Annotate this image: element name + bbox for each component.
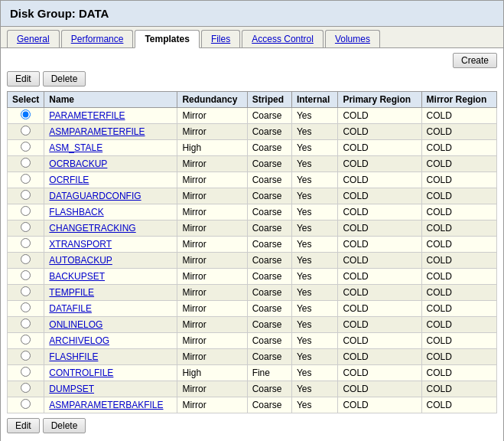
primary-cell: COLD (338, 220, 421, 237)
primary-cell: COLD (338, 108, 421, 124)
striped-cell: Coarse (247, 397, 291, 413)
template-link-xtransport[interactable]: XTRANSPORT (49, 239, 112, 250)
select-radio-archivelog[interactable] (21, 335, 31, 345)
name-cell: ONLINELOG (44, 317, 177, 333)
primary-cell: COLD (338, 140, 421, 156)
primary-cell: COLD (338, 317, 421, 333)
select-radio-ocrbackup[interactable] (21, 158, 31, 168)
create-button[interactable]: Create (453, 53, 497, 68)
template-link-datafile[interactable]: DATAFILE (49, 303, 92, 314)
select-radio-ocrfile[interactable] (21, 174, 31, 184)
delete-button-bottom[interactable]: Delete (43, 418, 86, 433)
name-cell: BACKUPSET (44, 269, 177, 285)
select-radio-changetracking[interactable] (21, 222, 31, 232)
redundancy-cell: Mirror (177, 333, 247, 349)
table-row: ARCHIVELOGMirrorCoarseYesCOLDCOLD (8, 333, 497, 349)
mirror-cell: COLD (421, 397, 496, 413)
tab-access-control[interactable]: Access Control (242, 30, 324, 47)
name-cell: OCRFILE (44, 172, 177, 188)
template-link-flashfile[interactable]: FLASHFILE (49, 351, 98, 362)
toolbar-buttons-bottom: Edit Delete (7, 418, 497, 433)
template-link-asmparameterfile[interactable]: ASMPARAMETERFILE (49, 126, 145, 137)
table-row: PARAMETERFILEMirrorCoarseYesCOLDCOLD (8, 108, 497, 124)
table-row: BACKUPSETMirrorCoarseYesCOLDCOLD (8, 269, 497, 285)
template-link-onlinelog[interactable]: ONLINELOG (49, 319, 102, 330)
toolbar-top: Create (7, 53, 497, 68)
edit-button-bottom[interactable]: Edit (7, 418, 40, 433)
select-radio-dataguardconfig[interactable] (21, 190, 31, 200)
select-cell (8, 204, 44, 220)
table-row: DATAFILEMirrorCoarseYesCOLDCOLD (8, 301, 497, 317)
template-link-ocrfile[interactable]: OCRFILE (49, 175, 89, 185)
primary-cell: COLD (338, 172, 421, 188)
select-cell (8, 381, 44, 397)
primary-cell: COLD (338, 204, 421, 220)
striped-cell: Coarse (247, 301, 291, 317)
table-row: XTRANSPORTMirrorCoarseYesCOLDCOLD (8, 237, 497, 253)
redundancy-cell: Mirror (177, 397, 247, 413)
internal-cell: Yes (291, 301, 337, 317)
internal-cell: Yes (291, 365, 337, 381)
redundancy-cell: Mirror (177, 108, 247, 124)
template-link-autobackup[interactable]: AUTOBACKUP (49, 255, 112, 266)
page-wrapper: Disk Group: DATA GeneralPerformanceTempl… (0, 0, 504, 441)
select-radio-flashback[interactable] (21, 206, 31, 216)
primary-cell: COLD (338, 237, 421, 253)
template-link-asmparameterbakfile[interactable]: ASMPARAMETERBAKFILE (49, 400, 163, 410)
internal-cell: Yes (291, 285, 337, 301)
redundancy-cell: Mirror (177, 172, 247, 188)
edit-button-top[interactable]: Edit (7, 71, 40, 87)
select-radio-autobackup[interactable] (21, 254, 31, 264)
template-link-asm_stale[interactable]: ASM_STALE (49, 142, 102, 153)
template-link-tempfile[interactable]: TEMPFILE (49, 287, 94, 298)
select-radio-xtransport[interactable] (21, 238, 31, 248)
internal-cell: Yes (291, 317, 337, 333)
select-radio-asm_stale[interactable] (21, 142, 31, 152)
table-row: DATAGUARDCONFIGMirrorCoarseYesCOLDCOLD (8, 188, 497, 204)
template-link-parameterfile[interactable]: PARAMETERFILE (49, 110, 125, 121)
delete-button-top[interactable]: Delete (43, 71, 86, 87)
select-radio-dumpset[interactable] (21, 383, 31, 393)
template-link-ocrbackup[interactable]: OCRBACKUP (49, 158, 107, 169)
template-link-backupset[interactable]: BACKUPSET (49, 271, 105, 282)
select-radio-backupset[interactable] (21, 270, 31, 280)
select-radio-asmparameterbakfile[interactable] (21, 399, 31, 409)
internal-cell: Yes (291, 253, 337, 269)
table-body: PARAMETERFILEMirrorCoarseYesCOLDCOLDASMP… (8, 108, 497, 413)
template-link-controlfile[interactable]: CONTROLFILE (49, 368, 113, 378)
redundancy-cell: Mirror (177, 188, 247, 204)
tab-performance[interactable]: Performance (61, 30, 134, 47)
select-cell (8, 156, 44, 172)
select-cell (8, 253, 44, 269)
primary-cell: COLD (338, 397, 421, 413)
select-radio-onlinelog[interactable] (21, 318, 31, 328)
select-radio-parameterfile[interactable] (21, 109, 31, 119)
table-row: ASMPARAMETERBAKFILEMirrorCoarseYesCOLDCO… (8, 397, 497, 413)
name-cell: ARCHIVELOG (44, 333, 177, 349)
table-row: CHANGETRACKINGMirrorCoarseYesCOLDCOLD (8, 220, 497, 237)
redundancy-cell: High (177, 365, 247, 381)
internal-cell: Yes (291, 397, 337, 413)
template-link-archivelog[interactable]: ARCHIVELOG (49, 335, 109, 346)
template-link-dataguardconfig[interactable]: DATAGUARDCONFIG (49, 191, 141, 201)
select-radio-flashfile[interactable] (21, 351, 31, 361)
tab-templates[interactable]: Templates (135, 30, 199, 48)
select-radio-tempfile[interactable] (21, 286, 31, 296)
select-cell (8, 317, 44, 333)
striped-cell: Coarse (247, 124, 291, 140)
col-header-striped: Striped (247, 92, 291, 108)
tab-general[interactable]: General (7, 30, 60, 47)
select-radio-asmparameterfile[interactable] (21, 126, 31, 136)
mirror-cell: COLD (421, 140, 496, 156)
tab-files[interactable]: Files (201, 30, 240, 47)
select-cell (8, 285, 44, 301)
template-link-flashback[interactable]: FLASHBACK (49, 207, 103, 217)
tab-volumes[interactable]: Volumes (325, 30, 380, 47)
primary-cell: COLD (338, 365, 421, 381)
col-header-name: Name (44, 92, 177, 108)
template-link-changetracking[interactable]: CHANGETRACKING (49, 223, 135, 234)
template-link-dumpset[interactable]: DUMPSET (49, 384, 94, 394)
table-row: OCRFILEMirrorCoarseYesCOLDCOLD (8, 172, 497, 188)
select-radio-datafile[interactable] (21, 302, 31, 312)
select-radio-controlfile[interactable] (21, 367, 31, 377)
